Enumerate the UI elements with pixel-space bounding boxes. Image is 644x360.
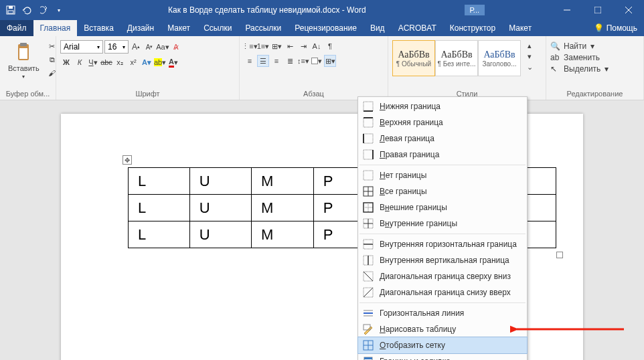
tab-file[interactable]: Файл (0, 20, 33, 36)
menu-item-border-none[interactable]: Нет границы (358, 167, 527, 183)
table-cell[interactable]: L (129, 195, 190, 221)
tab-макет[interactable]: Макет (161, 20, 197, 36)
highlight-icon[interactable]: ab▾ (154, 56, 166, 68)
tab-вид[interactable]: Вид (364, 20, 392, 36)
align-center-icon[interactable]: ☰ (257, 55, 269, 67)
menu-item-border-right[interactable]: Правая граница (358, 147, 527, 163)
tab-ссылки[interactable]: Ссылки (197, 20, 238, 36)
decrease-indent-icon[interactable]: ⇤ (284, 40, 296, 52)
sort-icon[interactable]: A↓ (311, 40, 323, 52)
italic-icon[interactable]: К (74, 56, 86, 68)
select-button[interactable]: ↖Выделить▾ (550, 64, 609, 74)
tab-главная[interactable]: Главная (33, 20, 78, 36)
table-resize-handle[interactable] (556, 252, 563, 258)
tab-вставка[interactable]: Вставка (77, 20, 120, 36)
styles-scroll-down-icon[interactable]: ▾ (524, 51, 536, 62)
underline-icon[interactable]: Ч▾ (87, 56, 99, 68)
table-tools-context-tab[interactable]: Р... (465, 5, 485, 15)
tab-acrobat[interactable]: ACROBAT (392, 20, 443, 36)
undo-icon[interactable] (21, 5, 32, 15)
menu-item-label: Внутренняя горизонтальная граница (380, 240, 517, 249)
qat-dropdown-icon[interactable]: ▾ (54, 5, 64, 15)
tab-рецензирование[interactable]: Рецензирование (288, 20, 364, 36)
font-size-combo[interactable]: 16▾ (104, 40, 129, 54)
numbering-icon[interactable]: 1≡▾ (257, 40, 269, 52)
table-cell[interactable]: L (129, 168, 190, 195)
clear-format-icon[interactable]: A̷ (170, 41, 182, 53)
tab-дизайн[interactable]: Дизайн (120, 20, 161, 36)
menu-item-label: Границы и заливка... (380, 357, 457, 360)
table-cell[interactable]: U (189, 221, 251, 248)
maximize-button[interactable] (582, 0, 613, 20)
close-button[interactable] (613, 0, 644, 20)
border-v-icon (362, 254, 374, 266)
table-cell[interactable]: M (252, 221, 314, 248)
search-icon: 🔍 (550, 41, 560, 51)
bold-icon[interactable]: Ж (60, 56, 72, 68)
ribbon: Вставить ▾ ✂ ⧉ 🖌 Буфер обм... Arial▾ 16▾… (0, 36, 644, 100)
menu-item-label: Нижняя граница (380, 102, 440, 111)
table-cell[interactable]: M (252, 168, 314, 195)
shading-icon[interactable]: ▾ (311, 55, 323, 67)
table-cell[interactable]: U (189, 195, 251, 221)
table-cell[interactable]: M (252, 195, 314, 221)
font-color-icon[interactable]: A▾ (167, 56, 179, 68)
table-move-handle[interactable]: ✥ (123, 155, 132, 165)
tab-макет[interactable]: Макет (502, 20, 538, 36)
subscript-icon[interactable]: x₂ (114, 56, 126, 68)
redo-icon[interactable] (37, 5, 48, 15)
table-cell[interactable]: U (189, 168, 251, 195)
bullets-icon[interactable]: ⋮≡▾ (244, 40, 256, 52)
grow-font-icon[interactable]: A▴ (130, 41, 142, 53)
menu-item-border-inside[interactable]: Внутренние границы (358, 215, 527, 232)
font-name-combo[interactable]: Arial▾ (60, 40, 103, 54)
minimize-button[interactable] (552, 0, 582, 20)
document-area[interactable]: ✥ LUMPLUMPLUMP (0, 100, 644, 360)
menu-item-label: Левая граница (380, 134, 434, 143)
menu-item-border-diag-down[interactable]: Диагональная граница сверху вниз (358, 268, 527, 284)
svg-line-33 (364, 272, 373, 281)
borders-button[interactable]: ⊞▾ (324, 55, 336, 67)
tab-конструктор[interactable]: Конструктор (443, 20, 502, 36)
styles-more-icon[interactable]: ⌄ (524, 62, 536, 72)
line-spacing-icon[interactable]: ↕≡▾ (297, 55, 309, 67)
increase-indent-icon[interactable]: ⇥ (297, 40, 309, 52)
menu-item-dialog[interactable]: Границы и заливка... (358, 353, 527, 360)
clipboard-icon (13, 41, 34, 63)
menu-item-hline[interactable]: Горизонтальная линия (358, 305, 527, 321)
menu-item-border-left[interactable]: Левая граница (358, 130, 527, 147)
align-right-icon[interactable]: ≡ (270, 55, 283, 67)
menu-item-border-bottom[interactable]: Нижняя граница (358, 98, 527, 114)
multilevel-icon[interactable]: ⊞▾ (270, 40, 283, 52)
superscript-icon[interactable]: x² (127, 56, 139, 68)
menu-item-border-diag-up[interactable]: Диагональная граница снизу вверх (358, 284, 527, 300)
shrink-font-icon[interactable]: A▾ (143, 41, 155, 53)
text-effects-icon[interactable]: A▾ (141, 56, 153, 68)
tab-рассылки[interactable]: Рассылки (238, 20, 288, 36)
styles-gallery[interactable]: АаБбВв¶ ОбычныйАаБбВв¶ Без инте...АаБбВв… (392, 40, 521, 76)
save-icon[interactable] (5, 5, 16, 15)
styles-scroll-up-icon[interactable]: ▴ (524, 40, 536, 51)
menu-item-border-h[interactable]: Внутренняя горизонтальная граница (358, 236, 527, 252)
align-left-icon[interactable]: ≡ (244, 55, 256, 67)
menu-item-border-v[interactable]: Внутренняя вертикальная граница (358, 252, 527, 268)
replace-button[interactable]: abЗаменить (550, 53, 600, 62)
menu-item-draw[interactable]: Нарисовать таблицу (358, 321, 527, 337)
justify-icon[interactable]: ≣ (284, 55, 296, 67)
tell-me[interactable]: 💡 Помощь (587, 20, 644, 36)
border-none-icon (362, 169, 374, 181)
change-case-icon[interactable]: Aa▾ (157, 41, 169, 53)
style-preview[interactable]: АаБбВв¶ Обычный (392, 40, 435, 76)
style-preview[interactable]: АаБбВвЗаголово... (478, 40, 521, 76)
menu-item-border-outside[interactable]: Внешние границы (358, 199, 527, 215)
menu-item-border-top[interactable]: Верхняя граница (358, 114, 527, 130)
menu-item-border-all[interactable]: Все границы (358, 183, 527, 199)
menu-item-grid[interactable]: Отобразить сетку (358, 337, 527, 353)
show-marks-icon[interactable]: ¶ (324, 40, 336, 52)
find-button[interactable]: 🔍Найти▾ (550, 41, 594, 51)
style-preview[interactable]: АаБбВв¶ Без инте... (435, 40, 478, 76)
table-cell[interactable]: L (129, 221, 190, 248)
svg-rect-18 (364, 171, 373, 180)
strike-icon[interactable]: abc (100, 56, 112, 68)
paste-button[interactable]: Вставить ▾ (4, 40, 44, 81)
